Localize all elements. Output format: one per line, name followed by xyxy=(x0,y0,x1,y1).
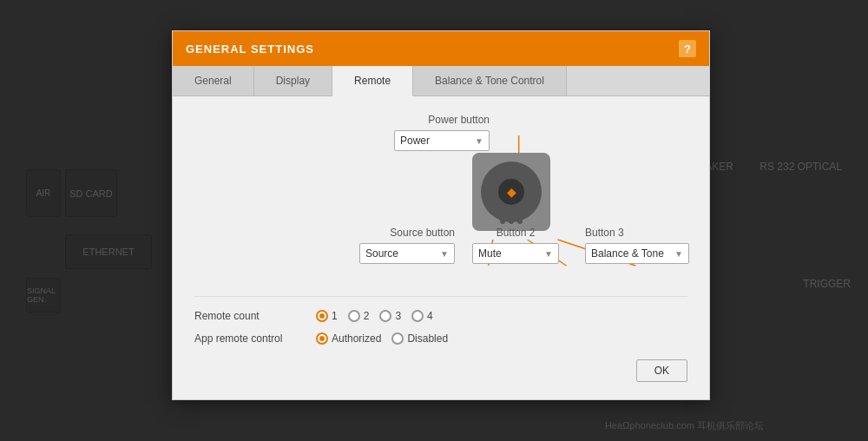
remote-circle-inner: ◆ xyxy=(498,179,524,205)
remote-count-3[interactable]: 3 xyxy=(379,310,401,322)
dialog-titlebar: GENERAL SETTINGS ? xyxy=(173,31,709,66)
tabs-bar: General Display Remote Balance & Tone Co… xyxy=(173,66,709,96)
remote-count-1[interactable]: 1 xyxy=(316,310,338,322)
remote-count-label: Remote count xyxy=(194,310,316,322)
disabled-circle xyxy=(391,332,404,345)
radio-3-label: 3 xyxy=(395,310,401,322)
app-remote-radio-group: Authorized Disabled xyxy=(316,332,448,345)
remote-diagram-area: Power button Power ▼ ◆ xyxy=(194,114,687,287)
dialog-content: Power button Power ▼ ◆ xyxy=(173,96,709,399)
radio-2-label: 2 xyxy=(364,310,370,322)
button2-dropdown[interactable]: Mute ▼ xyxy=(472,243,559,264)
tab-remote[interactable]: Remote xyxy=(332,66,413,96)
remote-count-2[interactable]: 2 xyxy=(348,310,370,322)
help-button[interactable]: ? xyxy=(679,40,696,57)
app-remote-row: App remote control Authorized Disabled xyxy=(194,332,687,345)
button2-label: Button 2 xyxy=(496,227,536,239)
radio-4-label: 4 xyxy=(427,310,433,322)
app-disabled[interactable]: Disabled xyxy=(391,332,448,345)
tab-balance-tone[interactable]: Balance & Tone Control xyxy=(413,66,567,95)
app-remote-label: App remote control xyxy=(194,332,316,345)
remote-circle-outer: ◆ xyxy=(481,161,542,222)
power-dropdown[interactable]: Power ▼ xyxy=(394,130,490,151)
radio-2-circle xyxy=(348,310,360,322)
dialog-footer: OK xyxy=(194,355,687,386)
radio-4-circle xyxy=(411,310,424,322)
source-dropdown-arrow: ▼ xyxy=(440,249,449,259)
radio-1-dot xyxy=(319,313,325,319)
dialog-title: GENERAL SETTINGS xyxy=(186,43,314,56)
button3-group: Button 3 Balance & Tone ▼ xyxy=(585,227,689,264)
source-dropdown[interactable]: Source ▼ xyxy=(359,243,455,264)
button3-label: Button 3 xyxy=(585,227,624,239)
remote-count-4[interactable]: 4 xyxy=(411,310,433,322)
remote-device: ◆ xyxy=(472,153,550,231)
power-button-label: Power button xyxy=(428,114,490,126)
power-dropdown-arrow: ▼ xyxy=(475,136,483,146)
button2-group: Button 2 Mute ▼ xyxy=(472,227,559,264)
radio-1-label: 1 xyxy=(332,310,338,322)
app-authorized[interactable]: Authorized xyxy=(316,332,381,345)
radio-3-circle xyxy=(379,310,391,322)
authorized-circle xyxy=(316,332,328,345)
source-button-group: Source button Source ▼ xyxy=(359,227,455,264)
authorized-label: Authorized xyxy=(332,332,381,345)
button3-dropdown-arrow: ▼ xyxy=(674,249,683,259)
remote-drop-icon: ◆ xyxy=(507,185,516,199)
tab-display[interactable]: Display xyxy=(254,66,332,95)
remote-count-row: Remote count 1 2 3 xyxy=(194,310,687,322)
authorized-dot xyxy=(319,336,325,341)
general-settings-dialog: GENERAL SETTINGS ? General Display Remot… xyxy=(172,30,710,400)
tab-general[interactable]: General xyxy=(173,66,254,95)
source-button-label: Source button xyxy=(390,227,455,239)
power-button-group: Power button Power ▼ xyxy=(394,114,490,151)
lower-section: Remote count 1 2 3 xyxy=(194,296,687,345)
radio-1-circle xyxy=(316,310,328,322)
remote-count-radio-group: 1 2 3 4 xyxy=(316,310,433,322)
button2-dropdown-arrow: ▼ xyxy=(544,249,553,259)
button3-dropdown[interactable]: Balance & Tone ▼ xyxy=(585,243,689,264)
ok-button[interactable]: OK xyxy=(636,359,687,382)
remote-box: ◆ xyxy=(472,153,550,231)
disabled-label: Disabled xyxy=(407,332,448,345)
